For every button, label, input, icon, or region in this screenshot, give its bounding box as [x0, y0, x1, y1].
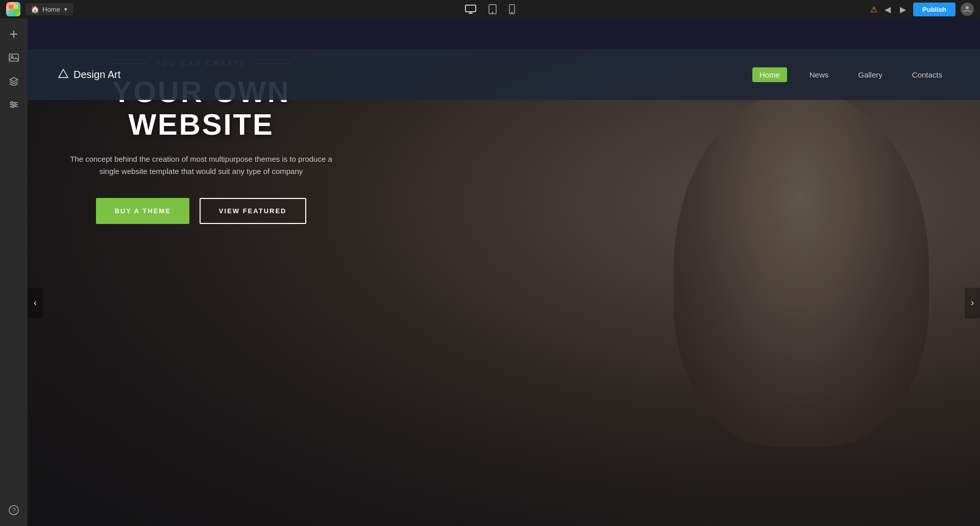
svg-rect-0	[9, 5, 13, 9]
site-logo-text: Design Art	[74, 69, 120, 81]
home-icon: 🏠	[31, 5, 39, 13]
nav-home[interactable]: Home	[752, 67, 787, 82]
publish-button[interactable]: Publish	[913, 3, 955, 16]
svg-point-21	[12, 106, 14, 108]
chevron-down-icon: ▼	[63, 7, 68, 12]
tablet-view-button[interactable]	[486, 2, 499, 16]
svg-rect-4	[465, 5, 476, 12]
svg-point-20	[14, 104, 16, 106]
warning-icon: ⚠	[870, 5, 877, 14]
svg-point-19	[11, 102, 13, 104]
main-canvas: Design Art Home News Gallery Contacts YO…	[28, 18, 980, 526]
device-selector	[463, 2, 517, 16]
next-section-arrow[interactable]: ›	[965, 288, 980, 318]
layers-button[interactable]	[4, 71, 23, 91]
topbar-right: ⚠ ◀ ▶ Publish	[870, 3, 974, 16]
hero-cta-buttons: BUY A THEME VIEW FEATURED	[38, 198, 364, 224]
site-logo[interactable]: Design Art	[58, 68, 120, 81]
svg-marker-24	[59, 69, 68, 78]
help-button[interactable]: ?	[4, 500, 23, 520]
nav-gallery[interactable]: Gallery	[851, 67, 890, 82]
redo-button[interactable]: ▶	[898, 3, 908, 16]
view-featured-button[interactable]: VIEW FEATURED	[200, 198, 306, 224]
media-button[interactable]	[4, 48, 23, 67]
hero-description: The concept behind the creation of most …	[38, 153, 364, 178]
svg-rect-1	[14, 5, 18, 9]
svg-point-15	[11, 56, 13, 58]
svg-rect-14	[9, 54, 18, 61]
undo-button[interactable]: ◀	[883, 3, 893, 16]
nav-news[interactable]: News	[802, 67, 836, 82]
svg-point-10	[511, 12, 512, 13]
site-navigation: Home News Gallery Contacts	[752, 67, 949, 82]
home-tab[interactable]: 🏠 Home ▼	[26, 3, 74, 15]
design-settings-button[interactable]	[4, 95, 23, 114]
svg-point-11	[966, 6, 969, 9]
mobile-view-button[interactable]	[507, 2, 517, 16]
buy-theme-button[interactable]: BUY A THEME	[96, 198, 189, 224]
svg-rect-2	[9, 10, 13, 14]
topbar: BETA 🏠 Home ▼ ⚠ ◀ ▶ Publish	[0, 0, 980, 18]
app-logo[interactable]	[6, 2, 20, 16]
site-navbar: Design Art Home News Gallery Contacts	[28, 49, 980, 100]
nav-contacts[interactable]: Contacts	[905, 67, 949, 82]
add-element-button[interactable]	[4, 24, 23, 44]
svg-point-8	[492, 12, 493, 13]
desktop-view-button[interactable]	[463, 3, 478, 16]
svg-text:?: ?	[12, 507, 16, 514]
home-tab-label: Home	[42, 6, 60, 13]
prev-section-arrow[interactable]: ‹	[28, 288, 43, 318]
topbar-left: BETA 🏠 Home ▼	[6, 2, 74, 16]
website-preview: Design Art Home News Gallery Contacts YO…	[28, 49, 980, 526]
svg-rect-3	[14, 10, 18, 14]
logo-triangle-icon	[58, 68, 68, 81]
sidebar: ?	[0, 18, 28, 526]
avatar	[961, 3, 974, 16]
